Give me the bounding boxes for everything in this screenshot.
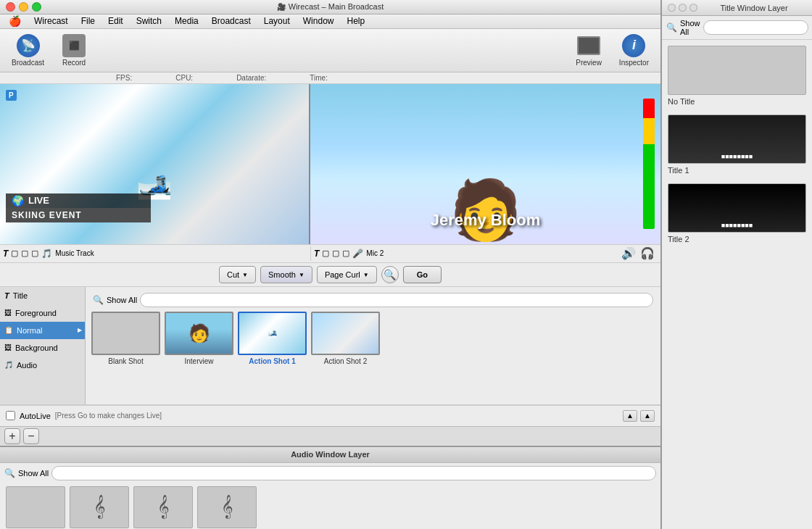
shot-item-blank[interactable]: Blank Shot xyxy=(91,312,160,365)
menu-help[interactable]: Help xyxy=(341,14,370,28)
autolive-checkbox[interactable] xyxy=(6,411,15,420)
menu-file[interactable]: File xyxy=(75,14,101,28)
record-icon: ⬛ xyxy=(62,34,86,57)
shot-label-blank: Blank Shot xyxy=(108,357,143,365)
remove-button[interactable]: − xyxy=(23,428,39,444)
title-item-no-title[interactable]: No Title xyxy=(668,46,806,106)
audio-search-row: 🔍 Show All xyxy=(0,463,660,483)
menu-switch[interactable]: Switch xyxy=(130,14,167,28)
audio-shot-music3[interactable]: 𝄞 xyxy=(197,486,257,528)
mic-icon-left: 🎵 xyxy=(41,249,52,259)
preview-area: 🎿 P 🌍 LIVE Skiing Event 🧑 Jeremy Bloom xyxy=(0,84,660,245)
autolive-left: AutoLive [Press Go to make changes Live] xyxy=(6,411,162,420)
smooth-button[interactable]: Smooth ▼ xyxy=(260,266,312,283)
layer-item-audio[interactable]: 🎵 Audio xyxy=(0,357,85,374)
vu-red xyxy=(643,99,655,118)
preview-button[interactable]: Preview xyxy=(570,31,608,70)
title-bar: 🎥 Wirecast – Main Broadcast xyxy=(0,0,660,14)
layer-audio-label: Audio xyxy=(17,361,37,370)
apple-menu[interactable]: 🍎 xyxy=(3,15,27,27)
shot-label-action2: Action Shot 2 xyxy=(324,357,367,365)
normal-arrow: ▶ xyxy=(78,327,82,333)
right-audio-label: Mic 2 xyxy=(366,249,384,257)
broadcast-icon: 📡 xyxy=(17,34,40,57)
title-window-label: Title Window Layer xyxy=(702,4,806,12)
audio-shot-music2[interactable]: 𝄞 xyxy=(133,486,193,528)
broadcast-button[interactable]: 📡 Broadcast xyxy=(6,31,50,70)
menu-wirecast[interactable]: Wirecast xyxy=(28,14,74,28)
cut-button[interactable]: Cut ▼ xyxy=(219,266,256,283)
shot-thumb-action2 xyxy=(311,312,380,355)
inspector-icon-img: i xyxy=(622,34,645,57)
scroll-up-button[interactable]: ▲ xyxy=(623,410,637,422)
menu-broadcast[interactable]: Broadcast xyxy=(206,14,257,28)
maximize-button[interactable] xyxy=(32,2,41,12)
layer-panel: T Title 🖼 Foreground 📋 Normal ▶ 🖼 Backgr… xyxy=(0,287,660,405)
p-badge: P xyxy=(6,90,17,101)
title-search-input[interactable] xyxy=(703,20,808,35)
scroll-down-button[interactable]: ▲ xyxy=(640,410,655,422)
shot-item-action2[interactable]: Action Shot 2 xyxy=(311,312,380,365)
fps-label: FPS: xyxy=(116,74,132,82)
title-show-all-button[interactable]: 🔍 Show All xyxy=(666,19,700,36)
menu-edit[interactable]: Edit xyxy=(102,14,129,28)
menu-layout[interactable]: Layout xyxy=(258,14,296,28)
audio-layer-icon: 🎵 xyxy=(4,361,13,369)
zoom-button[interactable]: 🔍 xyxy=(381,266,399,283)
page-curl-button[interactable]: Page Curl ▼ xyxy=(317,266,377,283)
menu-window[interactable]: Window xyxy=(297,14,340,28)
title-search-row: 🔍 Show All xyxy=(662,16,812,40)
title-item-title2[interactable]: ■■■■■■■■ Title 2 xyxy=(668,183,806,243)
audio-show-all-label: Show All xyxy=(18,469,49,478)
close-button[interactable] xyxy=(6,2,15,12)
record-button[interactable]: ⬛ Record xyxy=(56,31,92,70)
search-input[interactable] xyxy=(140,293,653,307)
inspector-button[interactable]: i Inspector xyxy=(613,31,655,70)
title-max-btn[interactable] xyxy=(689,4,697,12)
title-close-btn[interactable] xyxy=(668,4,676,12)
title-window-titlebar: Title Window Layer xyxy=(662,0,812,16)
app-icon: 🎥 xyxy=(277,3,286,11)
text-layer-icon-right: T xyxy=(314,249,319,259)
broadcast-label: Broadcast xyxy=(12,59,44,67)
inspector-label: Inspector xyxy=(619,59,649,67)
audio-shot-music1[interactable]: 𝄞 xyxy=(70,486,129,528)
shot-label-interview: Interview xyxy=(184,357,213,365)
headphone-icon[interactable]: 🎧 xyxy=(640,246,655,260)
show-all-button[interactable]: 🔍 Show All xyxy=(93,295,137,305)
audio-shot-blank[interactable] xyxy=(6,486,65,528)
datarate-label: Datarate: xyxy=(236,74,266,82)
layer-item-foreground[interactable]: 🖼 Foreground xyxy=(0,304,85,322)
add-button[interactable]: + xyxy=(4,428,20,444)
broadcast-icon-img: 📡 xyxy=(17,34,40,57)
live-text: 🌍 LIVE xyxy=(6,193,151,208)
volume-icon[interactable]: 🔊 xyxy=(621,246,636,260)
traffic-lights xyxy=(6,2,41,12)
left-preview: 🎿 P 🌍 LIVE Skiing Event xyxy=(0,84,310,244)
title1-label: Title 1 xyxy=(668,166,689,175)
layer-item-normal[interactable]: 📋 Normal ▶ xyxy=(0,322,85,339)
shots-row: Blank Shot 🧑 Interview 🎿 Action Shot 1 xyxy=(91,312,655,365)
title-min-btn[interactable] xyxy=(679,4,687,12)
autolive-label: AutoLive xyxy=(20,412,51,420)
title2-thumb: ■■■■■■■■ xyxy=(668,183,806,233)
shots-area: 🔍 Show All Blank Shot 🧑 Interview xyxy=(86,287,660,404)
shot-item-action1[interactable]: 🎿 Action Shot 1 xyxy=(238,312,307,365)
menu-media[interactable]: Media xyxy=(169,14,204,28)
subject-name: Jeremy Bloom xyxy=(431,211,541,230)
audio-search-input[interactable] xyxy=(51,466,656,480)
title-item-title1[interactable]: ■■■■■■■■ Title 1 xyxy=(668,114,806,175)
shot-item-interview[interactable]: 🧑 Interview xyxy=(165,312,233,365)
layer-sidebar: T Title 🖼 Foreground 📋 Normal ▶ 🖼 Backgr… xyxy=(0,287,86,404)
press-go-text: [Press Go to make changes Live] xyxy=(55,412,162,420)
frame-icon-4: ▢ xyxy=(322,249,329,258)
record-icon-img: ⬛ xyxy=(62,34,86,57)
audio-show-all-button[interactable]: 🔍 Show All xyxy=(4,468,49,478)
no-title-label: No Title xyxy=(668,97,695,106)
normal-layer-icon: 📋 xyxy=(4,326,13,334)
audio-divider xyxy=(310,246,311,261)
layer-item-background[interactable]: 🖼 Background xyxy=(0,339,85,357)
minimize-button[interactable] xyxy=(19,2,28,12)
go-button[interactable]: Go xyxy=(403,266,442,283)
layer-item-title[interactable]: T Title xyxy=(0,287,85,304)
